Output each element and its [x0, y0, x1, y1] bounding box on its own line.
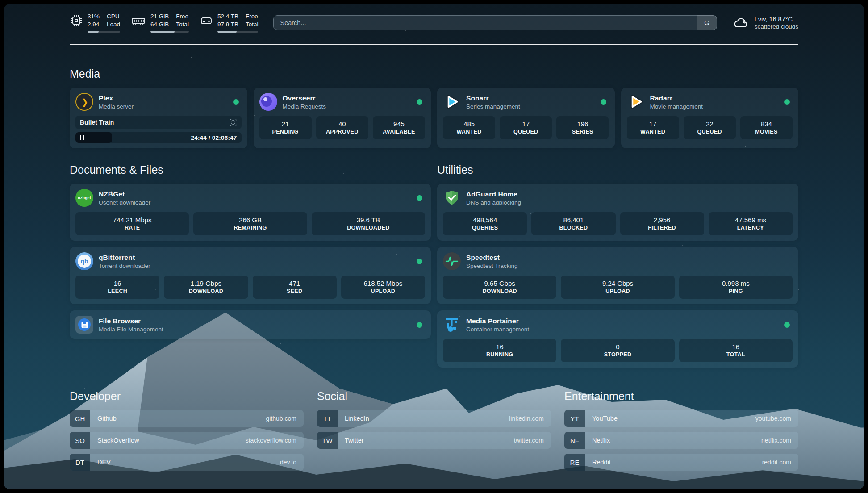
bookmark-abbr: SO — [70, 432, 90, 449]
filebrowser-card[interactable]: File Browser Media File Management — [70, 310, 431, 339]
documents-column: Documents & Files nzbget NZBGet Usenet d… — [70, 148, 431, 345]
card-title: NZBGet — [99, 190, 150, 198]
bookmark-youtube[interactable]: YT YouTube youtube.com — [564, 410, 798, 427]
bookmark-twitter[interactable]: TW Twitter twitter.com — [317, 432, 551, 449]
cloud-icon — [732, 16, 749, 30]
bookmark-name: Reddit — [585, 454, 762, 471]
stat-box: 17QUEUED — [500, 116, 552, 139]
stat-label: REMAINING — [196, 225, 304, 231]
plex-card[interactable]: ❯ Plex Media server Bullet Train 24:44 /… — [70, 88, 247, 148]
filebrowser-icon — [75, 316, 93, 334]
radarr-card[interactable]: Radarr Movie management 17WANTED 22QUEUE… — [621, 88, 799, 148]
memory-total-value: 64 GiB — [150, 21, 169, 29]
adguard-card[interactable]: AdGuard Home DNS and adblocking 498,564Q… — [437, 184, 798, 241]
adguard-icon — [443, 189, 461, 207]
card-subtitle: Usenet downloader — [99, 199, 150, 206]
stat-box: 266 GBREMAINING — [193, 212, 307, 235]
disk-free-label: Free — [246, 13, 259, 21]
card-title: Speedtest — [466, 254, 518, 262]
portainer-card[interactable]: Media Portainer Container management 16R… — [437, 310, 798, 368]
stat-label: UPLOAD — [344, 288, 422, 294]
stat-value: 16 — [78, 280, 157, 287]
bookmark-url: twitter.com — [514, 432, 551, 449]
speedtest-icon — [443, 252, 461, 270]
stat-box: 16TOTAL — [679, 339, 793, 362]
bookmark-linkedin[interactable]: LI LinkedIn linkedin.com — [317, 410, 551, 427]
stat-label: DOWNLOAD — [446, 288, 554, 294]
nzbget-icon: nzbget — [75, 189, 93, 207]
bookmark-url: stackoverflow.com — [246, 432, 304, 449]
bookmark-abbr: DT — [70, 454, 90, 471]
stat-label: DOWNLOAD — [167, 288, 245, 294]
card-subtitle: Torrent downloader — [99, 263, 150, 269]
stat-row: 16RUNNING 0STOPPED 16TOTAL — [443, 339, 793, 362]
stat-value: 471 — [255, 280, 334, 287]
stat-box: 498,564QUERIES — [443, 212, 527, 235]
stat-label: MOVIES — [743, 129, 790, 135]
bookmark-stackoverflow[interactable]: SO StackOverflow stackoverflow.com — [70, 432, 304, 449]
playback-time: 24:44 / 02:06:47 — [191, 134, 237, 141]
search-provider-button[interactable]: G — [697, 15, 717, 30]
search-input[interactable] — [273, 15, 717, 30]
section-heading-social: Social — [317, 390, 551, 403]
stat-box: 40APPROVED — [316, 116, 368, 139]
bookmark-abbr: YT — [564, 410, 585, 427]
sonarr-icon — [443, 93, 461, 111]
disk-free-value: 52.4 TB — [217, 13, 238, 21]
cpu-load-value: 2.94 — [88, 21, 100, 29]
pause-button[interactable] — [80, 135, 84, 140]
stat-value: 22 — [686, 120, 733, 128]
card-title: Media Portainer — [466, 317, 529, 325]
stat-value: 16 — [682, 343, 790, 351]
stat-value: 485 — [446, 120, 492, 128]
memory-total-label: Total — [176, 21, 189, 29]
stat-label: WANTED — [446, 129, 492, 135]
stat-value: 1.19 Gbps — [167, 280, 245, 287]
bookmark-github[interactable]: GH Github github.com — [70, 410, 304, 427]
stat-value: 196 — [559, 120, 606, 128]
speedtest-card[interactable]: Speedtest Speedtest Tracking 9.65 GbpsDO… — [437, 247, 798, 304]
stat-box: 834MOVIES — [740, 116, 793, 139]
status-dot — [784, 99, 790, 105]
playback-progress-bar: 24:44 / 02:06:47 — [75, 132, 242, 143]
stat-box: 2,956FILTERED — [620, 212, 704, 235]
stat-value: 0 — [563, 343, 672, 351]
status-dot — [417, 259, 422, 264]
cpu-icon — [70, 14, 83, 27]
bookmark-group-entertainment: Entertainment YT YouTube youtube.com NF … — [564, 374, 798, 476]
stat-box: 86,401BLOCKED — [531, 212, 615, 235]
bookmark-group-developer: Developer GH Github github.com SO StackO… — [70, 374, 304, 476]
disk-progress-track — [217, 31, 259, 33]
nzbget-card[interactable]: nzbget NZBGet Usenet downloader 744.21 M… — [70, 184, 431, 241]
stat-label: LEECH — [78, 288, 157, 294]
card-subtitle: Media server — [99, 103, 134, 110]
bookmark-dev[interactable]: DT DEV dev.to — [70, 454, 304, 471]
section-heading-entertainment: Entertainment — [564, 390, 798, 403]
stat-value: 945 — [376, 120, 422, 128]
stat-box: 0STOPPED — [561, 339, 674, 362]
stat-box: 9.65 GbpsDOWNLOAD — [443, 276, 556, 299]
stat-value: 0.993 ms — [682, 280, 790, 287]
radarr-icon — [627, 93, 645, 111]
stat-value: 2,956 — [623, 216, 701, 224]
overseerr-card[interactable]: Overseerr Media Requests 21PENDING 40APP… — [254, 88, 431, 148]
now-playing-title: Bullet Train — [80, 119, 230, 126]
memory-progress-track — [150, 31, 189, 33]
stat-row: 9.65 GbpsDOWNLOAD 9.24 GbpsUPLOAD 0.993 … — [443, 276, 793, 299]
card-subtitle: Series management — [466, 103, 520, 110]
bookmark-netflix[interactable]: NF Netflix netflix.com — [564, 432, 798, 449]
bookmark-reddit[interactable]: RE Reddit reddit.com — [564, 454, 798, 471]
status-dot — [417, 322, 422, 328]
sonarr-card[interactable]: Sonarr Series management 485WANTED 17QUE… — [437, 88, 615, 148]
dashboard-window: 31% 2.94 CPU Load — [4, 4, 864, 489]
stat-row: 485WANTED 17QUEUED 196SERIES — [443, 116, 609, 139]
qbittorrent-card[interactable]: qb qBittorrent Torrent downloader 16LEEC… — [70, 247, 431, 304]
cpu-label: CPU — [107, 13, 120, 21]
weather-condition: scattered clouds — [755, 23, 798, 30]
card-title: Sonarr — [466, 94, 520, 102]
memory-progress-fill — [150, 31, 175, 33]
bookmark-name: StackOverflow — [90, 432, 246, 449]
card-subtitle: Media Requests — [283, 103, 326, 110]
weather-location-temp: Lviv, 16.87°C — [755, 16, 798, 23]
stat-label: RATE — [78, 225, 186, 231]
